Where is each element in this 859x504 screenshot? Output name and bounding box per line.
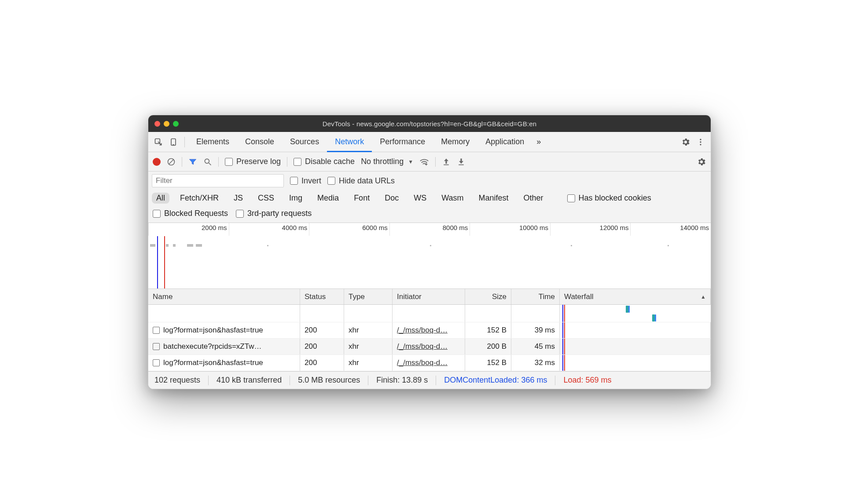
tab-performance[interactable]: Performance	[372, 132, 433, 152]
throttling-value: No throttling	[361, 157, 404, 166]
block-row: Blocked Requests 3rd-party requests	[148, 206, 711, 223]
inspect-icon[interactable]	[151, 135, 166, 149]
tab-console[interactable]: Console	[237, 132, 282, 152]
col-size[interactable]: Size	[465, 289, 511, 304]
third-party-option[interactable]: 3rd-party requests	[236, 209, 312, 218]
tick-label: 2000 ms	[202, 224, 227, 231]
preserve-log-label: Preserve log	[236, 157, 281, 166]
type-manifest[interactable]: Manifest	[474, 193, 513, 204]
request-type: xhr	[344, 322, 393, 338]
has-blocked-cookies-option[interactable]: Has blocked cookies	[567, 194, 651, 203]
checkbox-icon[interactable]	[236, 210, 244, 218]
checkbox-icon[interactable]	[567, 194, 575, 202]
tab-more[interactable]: »	[532, 132, 545, 152]
requests-table-body: log?format=json&hasfast=true 200 xhr /_/…	[148, 322, 711, 371]
table-row[interactable]: batchexecute?rpcids=xZTw… 200 xhr /_/mss…	[148, 339, 711, 355]
activity-mark	[166, 244, 169, 247]
type-wasm[interactable]: Wasm	[437, 193, 468, 204]
col-status[interactable]: Status	[300, 289, 344, 304]
table-row[interactable]: log?format=json&hasfast=true 200 xhr /_/…	[148, 355, 711, 371]
col-waterfall[interactable]: Waterfall ▲	[560, 289, 711, 304]
activity-mark	[150, 244, 155, 247]
network-toolbar: Preserve log Disable cache No throttling…	[148, 152, 711, 172]
svg-line-7	[169, 160, 173, 164]
request-size: 152 B	[465, 322, 511, 338]
dcl-marker	[562, 339, 563, 354]
col-time[interactable]: Time	[511, 289, 560, 304]
tab-elements[interactable]: Elements	[188, 132, 237, 152]
type-all[interactable]: All	[152, 193, 169, 204]
request-type: xhr	[344, 339, 393, 354]
checkbox-icon[interactable]	[225, 158, 233, 166]
type-js[interactable]: JS	[229, 193, 247, 204]
waterfall-bar	[655, 314, 656, 321]
checkbox-icon[interactable]	[290, 177, 298, 185]
request-status: 200	[300, 322, 344, 338]
filter-input[interactable]	[152, 174, 284, 187]
col-initiator[interactable]: Initiator	[393, 289, 465, 304]
tick-label: 6000 ms	[362, 224, 388, 231]
preserve-log-option[interactable]: Preserve log	[225, 157, 281, 166]
checkbox-icon[interactable]	[294, 158, 301, 166]
row-checkbox[interactable]	[153, 359, 160, 366]
tick-label: 10000 ms	[519, 224, 548, 231]
activity-mark	[430, 245, 431, 246]
request-initiator[interactable]: /_/mss/boq-d…	[397, 342, 448, 351]
tab-network[interactable]: Network	[327, 132, 372, 152]
waterfall-bar	[628, 306, 630, 313]
clear-icon[interactable]	[167, 157, 176, 166]
settings-icon[interactable]	[678, 135, 693, 149]
type-other[interactable]: Other	[519, 193, 548, 204]
table-row[interactable]: log?format=json&hasfast=true 200 xhr /_/…	[148, 322, 711, 339]
timeline-overview[interactable]: 2000 ms 4000 ms 6000 ms 8000 ms 10000 ms…	[148, 223, 711, 289]
hide-data-urls-label: Hide data URLs	[339, 176, 395, 186]
window-title: DevTools - news.google.com/topstories?hl…	[148, 120, 711, 128]
tab-sources[interactable]: Sources	[282, 132, 327, 152]
request-initiator[interactable]: /_/mss/boq-d…	[397, 326, 448, 335]
dcl-marker	[562, 355, 563, 371]
network-conditions-icon[interactable]	[419, 157, 429, 166]
record-icon[interactable]	[153, 158, 161, 166]
kebab-icon[interactable]	[693, 135, 708, 149]
col-type[interactable]: Type	[344, 289, 393, 304]
row-checkbox[interactable]	[153, 343, 160, 350]
checkbox-icon[interactable]	[327, 177, 335, 185]
hide-data-urls-option[interactable]: Hide data URLs	[327, 176, 395, 186]
type-css[interactable]: CSS	[253, 193, 279, 204]
svg-point-5	[700, 144, 701, 145]
type-img[interactable]: Img	[285, 193, 307, 204]
download-har-icon[interactable]	[457, 157, 466, 166]
checkbox-icon[interactable]	[153, 210, 161, 218]
type-font[interactable]: Font	[349, 193, 374, 204]
network-settings-icon[interactable]	[697, 157, 706, 167]
divider	[435, 157, 436, 167]
divider	[184, 137, 185, 147]
sort-indicator-icon: ▲	[701, 294, 706, 300]
row-checkbox[interactable]	[153, 327, 160, 334]
svg-line-9	[209, 163, 211, 165]
upload-har-icon[interactable]	[442, 157, 451, 166]
type-doc[interactable]: Doc	[380, 193, 403, 204]
devtools-window: DevTools - news.google.com/topstories?hl…	[148, 115, 711, 389]
svg-point-8	[205, 159, 209, 163]
blocked-requests-option[interactable]: Blocked Requests	[153, 209, 228, 218]
throttling-select[interactable]: No throttling ▼	[361, 157, 413, 166]
type-media[interactable]: Media	[313, 193, 343, 204]
disable-cache-option[interactable]: Disable cache	[294, 157, 355, 166]
filter-icon[interactable]	[188, 157, 197, 166]
type-fetch-xhr[interactable]: Fetch/XHR	[176, 193, 223, 204]
tab-application[interactable]: Application	[477, 132, 532, 152]
request-initiator[interactable]: /_/mss/boq-d…	[397, 358, 448, 367]
load-marker	[564, 322, 565, 338]
status-load: Load: 569 ms	[563, 376, 611, 385]
status-requests: 102 requests	[154, 376, 200, 385]
invert-option[interactable]: Invert	[290, 176, 321, 186]
col-name[interactable]: Name	[148, 289, 300, 304]
request-name: log?format=json&hasfast=true	[163, 326, 263, 335]
divider	[287, 157, 287, 167]
type-ws[interactable]: WS	[409, 193, 431, 204]
device-toggle-icon[interactable]	[166, 135, 181, 149]
requests-table-header: Name Status Type Initiator Size Time Wat…	[148, 289, 711, 305]
tab-memory[interactable]: Memory	[433, 132, 477, 152]
search-icon[interactable]	[203, 157, 212, 166]
